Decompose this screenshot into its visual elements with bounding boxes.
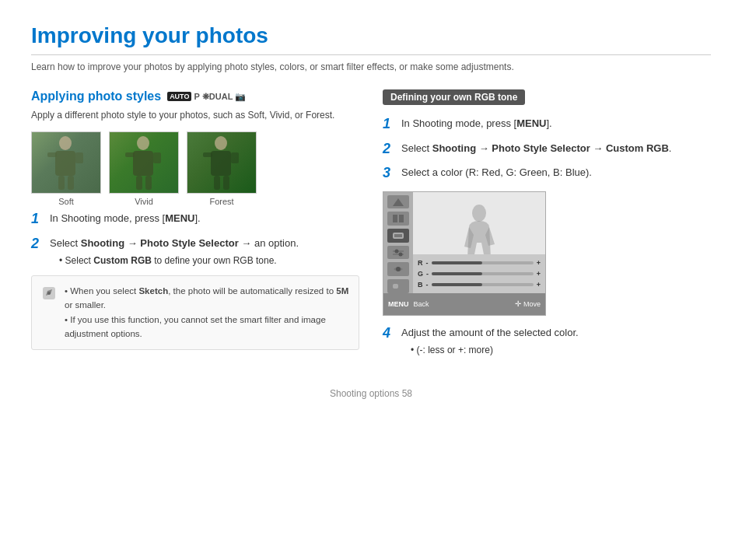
photo-forest-img [187, 131, 257, 194]
slider-g-track [432, 272, 534, 275]
slider-b-plus: + [537, 281, 541, 289]
step-1-text: In Shooting mode, press [MENU]. [50, 211, 201, 226]
svg-point-6 [137, 136, 149, 150]
slider-g-fill [432, 272, 482, 275]
slider-g-minus: - [426, 270, 429, 278]
step-num-1: 1 [31, 211, 44, 228]
icon-arrow-up [391, 197, 405, 208]
slider-b-fill [432, 283, 483, 286]
svg-rect-33 [393, 284, 398, 289]
svg-rect-17 [223, 176, 229, 190]
left-step-2: 2 Select Shooting → Photo Style Selector… [31, 236, 359, 268]
svg-point-30 [399, 252, 403, 256]
svg-rect-23 [393, 219, 397, 222]
rgb-footer: MENU Back ✛ Move [383, 293, 545, 315]
photo-vivid-img [109, 131, 179, 194]
page-title: Improving your photos [31, 23, 711, 55]
step-num-2: 2 [31, 236, 44, 253]
soft-label: Soft [58, 197, 74, 206]
svg-rect-24 [399, 219, 404, 222]
slider-b: B - + [418, 281, 541, 289]
right-step-num-3: 3 [383, 165, 395, 182]
svg-rect-11 [145, 176, 152, 190]
slider-r: R - + [418, 259, 541, 267]
svg-rect-21 [393, 215, 397, 219]
svg-rect-3 [75, 152, 83, 163]
svg-rect-26 [394, 234, 402, 237]
svg-rect-22 [399, 215, 404, 219]
slider-r-label: R [418, 259, 423, 267]
dual-icon: ❋DUAL [202, 92, 233, 102]
slider-r-plus: + [537, 259, 541, 267]
svg-point-0 [59, 136, 72, 150]
applying-photo-styles-heading: Applying photo styles AUTO P ❋DUAL 📷 [31, 89, 359, 103]
footer-text: Shooting options 58 [330, 388, 412, 399]
photo-soft-img [31, 131, 101, 194]
photo-soft: Soft [31, 131, 101, 206]
icon-color [391, 281, 405, 292]
right-step-1-text: In Shooting mode, press [MENU]. [401, 116, 552, 131]
footer-cross-icon: ✛ [515, 299, 521, 308]
step-2-sub-item: Select Custom RGB to define your own RGB… [59, 254, 299, 268]
right-column: Defining your own RGB tone 1 In Shooting… [383, 89, 711, 365]
right-step-num-1: 1 [383, 116, 395, 133]
rgb-icon-6 [387, 279, 409, 293]
vivid-label: Vivid [135, 197, 153, 206]
svg-point-12 [215, 136, 227, 150]
slider-g: G - + [418, 270, 541, 278]
slider-b-minus: - [426, 281, 429, 289]
slider-b-track [432, 283, 534, 286]
icon-adjust [391, 264, 405, 275]
right-step-4-text: Adjust the amount of the selected color.… [401, 325, 579, 358]
step-4-sub: (-: less or +: more) [401, 343, 579, 357]
rgb-icon-1 [387, 195, 409, 209]
note-item-1: When you select Sketch, the photo will b… [65, 284, 349, 313]
footer-back-label: Back [414, 300, 429, 308]
photo-samples: Soft Vivid [31, 131, 359, 206]
svg-rect-13 [211, 151, 231, 176]
svg-point-29 [395, 249, 399, 253]
svg-rect-7 [133, 151, 153, 176]
svg-rect-15 [231, 152, 239, 163]
step-4-sub-item: (-: less or +: more) [411, 343, 579, 357]
rgb-icon-3 [387, 229, 409, 243]
svg-rect-5 [68, 176, 74, 190]
step-2-sub: Select Custom RGB to define your own RGB… [50, 254, 299, 268]
step-2-text: Select Shooting → Photo Style Selector →… [50, 236, 299, 268]
icon-grid [391, 213, 405, 224]
rgb-sliders-area: R - + G - + B - [413, 254, 545, 293]
page-subtitle: Learn how to improve your photos by appl… [31, 61, 711, 72]
page-footer: Shooting options 58 [31, 388, 711, 399]
soft-figure [38, 135, 93, 191]
pencil-icon [41, 285, 57, 301]
note-item-2: If you use this function, you cannot set… [65, 313, 349, 341]
svg-rect-2 [47, 152, 57, 157]
footer-move-label: Move [523, 300, 541, 308]
svg-rect-10 [136, 176, 142, 190]
slider-g-plus: + [537, 270, 541, 278]
note-icon [41, 284, 57, 341]
svg-rect-9 [153, 152, 161, 163]
slider-g-label: G [418, 270, 423, 278]
svg-point-31 [396, 267, 401, 271]
right-step-2: 2 Select Shooting → Photo Style Selector… [383, 141, 711, 158]
svg-rect-16 [214, 176, 220, 190]
rgb-icon-4 [387, 246, 409, 260]
photo-vivid: Vivid [109, 131, 179, 206]
rgb-icon-2 [387, 212, 409, 226]
right-step-1: 1 In Shooting mode, press [MENU]. [383, 116, 711, 133]
mode-icons: AUTO P ❋DUAL 📷 [167, 92, 246, 102]
section-description: Apply a different photo style to your ph… [31, 108, 359, 122]
slider-r-minus: - [426, 259, 429, 267]
icon-active [391, 230, 405, 241]
svg-rect-4 [58, 176, 65, 190]
left-column: Applying photo styles AUTO P ❋DUAL 📷 App… [31, 89, 359, 365]
photo-forest: Forest [187, 131, 257, 206]
p-icon: P [194, 92, 199, 101]
camera-icon: 📷 [235, 92, 246, 102]
right-step-3: 3 Select a color (R: Red, G: Green, B: B… [383, 165, 711, 182]
right-step-num-4: 4 [383, 325, 395, 342]
note-box: When you select Sketch, the photo will b… [31, 275, 359, 350]
rgb-icon-5 [387, 262, 409, 276]
slider-r-fill [432, 261, 483, 264]
